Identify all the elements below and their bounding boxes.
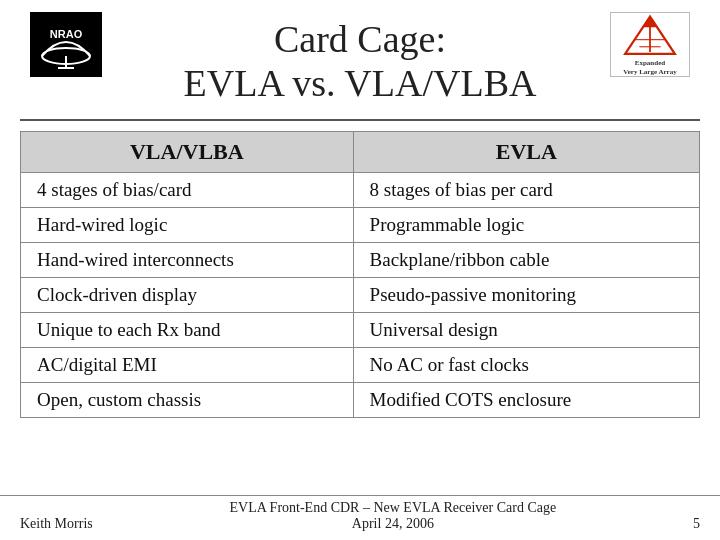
table-cell-evla: Programmable logic — [353, 208, 699, 243]
table-cell-vla: 4 stages of bias/card — [21, 173, 354, 208]
table-cell-vla: Hand-wired interconnects — [21, 243, 354, 278]
table-row: Hand-wired interconnectsBackplane/ribbon… — [21, 243, 700, 278]
comparison-table: VLA/VLBA EVLA 4 stages of bias/card8 sta… — [20, 131, 700, 418]
title-block: Card Cage: EVLA vs. VLA/VLBA — [184, 18, 537, 105]
header: NRAO Card Cage: EVLA vs. VLA/VLBA Expand… — [0, 0, 720, 115]
table-row: Clock-driven displayPseudo-passive monit… — [21, 278, 700, 313]
table-row: 4 stages of bias/card8 stages of bias pe… — [21, 173, 700, 208]
table-cell-evla: 8 stages of bias per card — [353, 173, 699, 208]
nrao-logo: NRAO — [30, 12, 102, 77]
table-row: Open, custom chassisModified COTS enclos… — [21, 383, 700, 418]
table-cell-vla: Unique to each Rx band — [21, 313, 354, 348]
table-cell-evla: Modified COTS enclosure — [353, 383, 699, 418]
footer-page-number: 5 — [693, 512, 700, 532]
table-cell-vla: Hard-wired logic — [21, 208, 354, 243]
page-title: Card Cage: EVLA vs. VLA/VLBA — [184, 18, 537, 105]
footer-center: EVLA Front-End CDR – New EVLA Receiver C… — [93, 496, 693, 532]
col1-header: VLA/VLBA — [21, 132, 354, 173]
svg-text:NRAO: NRAO — [50, 28, 83, 40]
footer: Keith Morris EVLA Front-End CDR – New EV… — [0, 495, 720, 532]
evla-logo: ExpandedVery Large Array — [610, 12, 690, 77]
table-cell-vla: Clock-driven display — [21, 278, 354, 313]
table-row: Hard-wired logicProgrammable logic — [21, 208, 700, 243]
col2-header: EVLA — [353, 132, 699, 173]
table-row: Unique to each Rx bandUniversal design — [21, 313, 700, 348]
table-cell-evla: Universal design — [353, 313, 699, 348]
svg-marker-6 — [643, 17, 657, 28]
table-row: AC/digital EMINo AC or fast clocks — [21, 348, 700, 383]
table-cell-evla: No AC or fast clocks — [353, 348, 699, 383]
table-cell-evla: Backplane/ribbon cable — [353, 243, 699, 278]
header-divider — [20, 119, 700, 121]
table-cell-evla: Pseudo-passive monitoring — [353, 278, 699, 313]
footer-author: Keith Morris — [20, 512, 93, 532]
table-cell-vla: Open, custom chassis — [21, 383, 354, 418]
table-cell-vla: AC/digital EMI — [21, 348, 354, 383]
